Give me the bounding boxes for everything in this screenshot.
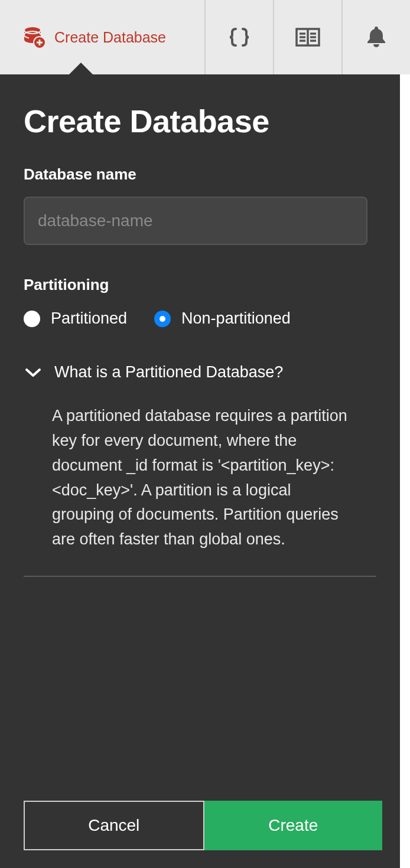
- database-name-input[interactable]: [24, 197, 367, 245]
- create-database-button[interactable]: Create Database: [0, 0, 183, 74]
- docs-button[interactable]: [273, 0, 341, 74]
- accordion-title: What is a Partitioned Database?: [54, 363, 283, 381]
- database-plus-icon: [21, 25, 46, 50]
- radio-non-partitioned-label: Non-partitioned: [181, 309, 291, 328]
- toolbar: Create Database: [0, 0, 410, 74]
- radio-dot-icon: [24, 311, 40, 327]
- divider: [24, 576, 376, 577]
- create-database-panel: Create Database Database name Partitioni…: [0, 74, 400, 868]
- json-button[interactable]: [204, 0, 273, 74]
- open-book-icon: [295, 25, 321, 49]
- radio-partitioned-label: Partitioned: [51, 309, 127, 328]
- chevron-down-icon: [24, 367, 43, 378]
- partitioning-label: Partitioning: [24, 276, 376, 294]
- notifications-button[interactable]: [341, 0, 410, 74]
- panel-title: Create Database: [24, 103, 376, 139]
- toolbar-spacer: [183, 0, 204, 74]
- accordion-toggle[interactable]: What is a Partitioned Database?: [24, 363, 376, 381]
- create-database-label: Create Database: [54, 29, 166, 46]
- create-button[interactable]: Create: [204, 801, 383, 850]
- cancel-button[interactable]: Cancel: [24, 801, 204, 850]
- partitioning-radio-group: Partitioned Non-partitioned: [24, 309, 376, 328]
- database-name-label: Database name: [24, 165, 376, 184]
- radio-partitioned[interactable]: Partitioned: [24, 309, 127, 328]
- bell-icon: [365, 24, 388, 50]
- braces-icon: [227, 25, 251, 49]
- panel-footer: Cancel Create: [0, 801, 400, 868]
- radio-non-partitioned[interactable]: Non-partitioned: [154, 309, 291, 328]
- accordion-body: A partitioned database requires a partit…: [52, 404, 353, 552]
- radio-dot-checked-icon: [154, 311, 171, 327]
